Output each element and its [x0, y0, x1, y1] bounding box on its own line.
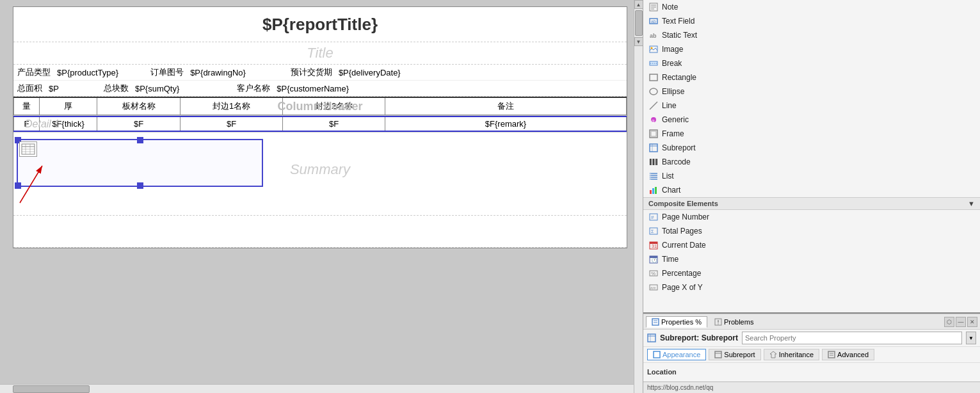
palette-item-barcode[interactable]: Barcode: [643, 155, 980, 169]
svg-rect-60: [652, 319, 659, 325]
svg-rect-33: [655, 159, 655, 165]
svg-text:%: %: [651, 271, 655, 277]
palette-item-statictext[interactable]: ab Static Text: [643, 28, 980, 42]
svg-rect-30: [650, 159, 651, 165]
time-icon: 🕐: [648, 254, 659, 264]
tab-problems[interactable]: Problems: [709, 316, 759, 328]
palette-item-note[interactable]: Note: [643, 0, 980, 14]
designer-canvas[interactable]: $P{reportTitle} Title 产品类型 $P{productTyp…: [0, 0, 643, 384]
palette-chart-label: Chart: [662, 186, 680, 195]
palette-item-generic[interactable]: g Generic: [643, 113, 980, 127]
scrollbar-down-arrow[interactable]: ▼: [634, 37, 643, 46]
svg-rect-45: [655, 187, 657, 194]
scrollbar-thumb[interactable]: [635, 10, 643, 36]
ellipse-icon: [648, 86, 659, 97]
palette-item-textfield[interactable]: ab Text Field: [643, 14, 980, 28]
subtab-subreport[interactable]: Subreport: [709, 349, 760, 360]
palette-item-line[interactable]: Line: [643, 99, 980, 113]
tab-properties[interactable]: Properties %: [646, 316, 707, 328]
subtab-appearance[interactable]: Appearance: [647, 349, 706, 360]
svg-text:31: 31: [652, 244, 657, 248]
svg-text:#/#: #/#: [650, 286, 656, 290]
problems-tab-label: Problems: [724, 318, 753, 326]
problems-tab-icon: [714, 318, 722, 326]
col-header-厚: 厚: [40, 97, 97, 115]
palette-item-image[interactable]: Image: [643, 42, 980, 56]
properties-title: Subreport: Subreport: [660, 333, 738, 342]
svg-text:#: #: [651, 214, 654, 220]
handle-bm[interactable]: [137, 182, 143, 189]
currentdate-icon: 31: [648, 240, 659, 250]
inheritance-subtab-icon: [769, 351, 777, 358]
detail-cell-f3: $F: [181, 116, 283, 132]
summary-section: Summary: [13, 132, 627, 216]
svg-rect-66: [648, 334, 655, 342]
palette-panel: Note ab Text Field ab Static Text Image …: [643, 0, 980, 314]
palette-item-time[interactable]: 🕐 Time: [643, 252, 980, 266]
palette-item-chart[interactable]: Chart: [643, 183, 980, 197]
pagenumber-icon: #: [648, 212, 659, 222]
palette-item-list[interactable]: List: [643, 169, 980, 183]
palette-percentage-label: Percentage: [662, 269, 701, 278]
palette-item-totalpages[interactable]: Σ Total Pages: [643, 224, 980, 238]
subtab-advanced[interactable]: Advanced: [822, 349, 874, 360]
line-icon: [648, 100, 659, 111]
handle-bl[interactable]: [15, 182, 21, 189]
palette-item-percentage[interactable]: % Percentage: [643, 266, 980, 280]
svg-rect-34: [656, 159, 657, 165]
generic-icon: g: [648, 115, 659, 125]
search-property-input[interactable]: [742, 332, 962, 344]
subreport-subtab-icon: [714, 351, 722, 358]
palette-rectangle-label: Rectangle: [662, 73, 696, 82]
palette-item-currentdate[interactable]: 31 Current Date: [643, 238, 980, 252]
svg-rect-43: [650, 190, 652, 194]
col-header-板材名称: 板材名称: [97, 97, 181, 115]
title-watermark: Title: [307, 45, 333, 61]
palette-item-frame[interactable]: Frame: [643, 127, 980, 141]
prop-minimize-btn[interactable]: —: [956, 317, 966, 327]
palette-item-subreport[interactable]: Subreport: [643, 141, 980, 155]
svg-rect-27: [650, 144, 657, 152]
subreport-prop-icon: [647, 333, 656, 342]
composite-section-label: Composite Elements: [648, 200, 718, 207]
palette-textfield-label: Text Field: [662, 17, 695, 26]
properties-subtabs: Appearance Subreport Inheritance Advance…: [643, 347, 980, 363]
svg-text:🕐: 🕐: [652, 257, 657, 263]
subreport-element-icon: [19, 141, 37, 157]
prop-close-btn[interactable]: ✕: [967, 317, 977, 327]
detail-cell-f1: F: [14, 116, 40, 132]
h-scrollbar-thumb[interactable]: [13, 385, 90, 393]
search-dropdown-arrow[interactable]: ▼: [966, 332, 976, 344]
palette-note-label: Note: [662, 3, 678, 12]
handle-tm[interactable]: [137, 137, 143, 143]
header-section: 产品类型 $P{productType} 订单图号 $P{drawingNo} …: [13, 65, 627, 97]
pagexofy-icon: #/#: [648, 282, 659, 293]
designer-right-scrollbar[interactable]: ▲ ▼: [634, 0, 643, 393]
barcode-icon: [648, 157, 659, 167]
report-title-field: $P{reportTitle}: [262, 15, 378, 35]
svg-text:ab: ab: [651, 19, 656, 24]
svg-rect-40: [650, 175, 651, 176]
svg-point-17: [651, 47, 653, 49]
properties-panel: Properties % Problems ⬡ — ✕ Subreport: S…: [643, 314, 980, 393]
detail-cell-remark: $F{remark}: [385, 116, 627, 132]
prop-maximize-btn[interactable]: ⬡: [944, 317, 954, 327]
subtab-inheritance-label: Inheritance: [779, 351, 814, 358]
svg-text:Σ: Σ: [651, 229, 654, 234]
palette-item-break[interactable]: Break: [643, 56, 980, 70]
subreport-element[interactable]: [17, 139, 263, 187]
col-header-封边1名称: 封边1名称: [181, 97, 283, 115]
palette-item-ellipse[interactable]: Ellipse: [643, 84, 980, 99]
palette-item-rectangle[interactable]: Rectangle: [643, 70, 980, 84]
subtab-subreport-label: Subreport: [724, 351, 755, 358]
subreport-icon: [648, 143, 659, 153]
palette-item-pagenumber[interactable]: # Page Number: [643, 210, 980, 224]
palette-item-pagexofy[interactable]: #/# Page X of Y: [643, 280, 980, 294]
designer-bottom-scrollbar[interactable]: [0, 384, 643, 393]
scrollbar-up-arrow[interactable]: ▲: [634, 0, 643, 9]
composite-collapse-icon[interactable]: ▼: [968, 200, 975, 207]
properties-tabs-bar: Properties % Problems ⬡ — ✕: [643, 314, 980, 330]
svg-rect-31: [652, 159, 652, 165]
subtab-inheritance[interactable]: Inheritance: [764, 349, 819, 360]
chart-icon: [648, 185, 659, 195]
